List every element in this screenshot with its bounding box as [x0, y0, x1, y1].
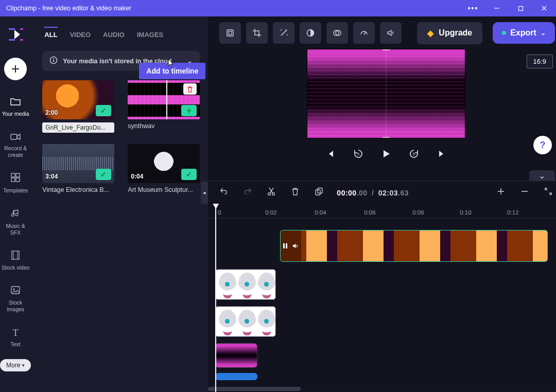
timeline-clip-video[interactable] — [215, 343, 257, 368]
sidebar-item-your-media[interactable]: Your media — [0, 92, 31, 122]
media-thumbnail[interactable]: 2:00 ✓ — [42, 80, 114, 119]
svg-rect-11 — [11, 173, 15, 177]
media-filter-tabs: ALL VIDEO AUDIO IMAGES — [42, 23, 200, 47]
forward-5-button[interactable]: 5 — [407, 147, 421, 161]
svg-rect-24 — [229, 31, 232, 34]
timeline-toolbar: ◂ 00:00.00 / 02:03.63 — [208, 181, 556, 204]
tab-images[interactable]: IMAGES — [137, 27, 163, 44]
duplicate-clip-button[interactable] — [313, 187, 324, 199]
zoom-in-button[interactable] — [495, 187, 507, 198]
media-name: Vintage Electronica B... — [42, 186, 114, 193]
sidebar-item-stock-video[interactable]: Stock video — [0, 245, 31, 277]
media-item[interactable]: 2:00 ✓ GnR_Live_FargoDo... — [42, 80, 114, 133]
play-button[interactable] — [379, 147, 393, 161]
text-icon: T — [13, 327, 19, 339]
svg-rect-1 — [518, 6, 523, 10]
duration-badge: 2:00 — [45, 109, 58, 116]
ruler-tick: 0:06 — [364, 209, 375, 216]
timeline-ruler[interactable]: 0 0:02 0:04 0:06 0:08 0:10 0:12 — [208, 204, 556, 219]
contrast-tool-button[interactable] — [300, 22, 321, 44]
more-options-button[interactable]: ••• — [461, 0, 485, 16]
media-item[interactable]: 3:04 ✓ Vintage Electronica B... — [42, 144, 114, 193]
sidebar-item-stock-images[interactable]: Stock images — [0, 280, 31, 318]
clip-thumbnail-strip — [216, 344, 257, 367]
timeline-playhead[interactable] — [215, 207, 216, 392]
layout-tool-button[interactable] — [219, 22, 241, 44]
scrub-position-line — [166, 80, 167, 119]
tab-video[interactable]: VIDEO — [70, 27, 91, 44]
sidebar-more-button[interactable]: More ▾ — [0, 359, 31, 371]
speed-tool-button[interactable] — [353, 22, 375, 44]
ruler-tick: 0 — [218, 209, 221, 216]
svg-rect-6 — [20, 28, 23, 30]
total-time: 02:03 — [378, 189, 398, 197]
clip-thumbnail-strip — [216, 270, 275, 299]
timeline-clip-image[interactable] — [215, 269, 276, 300]
collapse-media-panel-button[interactable]: ◂ — [201, 182, 208, 204]
media-item[interactable]: + synthwav — [128, 80, 200, 133]
added-check-icon[interactable]: ✓ — [96, 169, 111, 180]
left-icon-sidebar: Your media Record & create Templates Mus… — [0, 16, 31, 392]
svg-rect-4 — [9, 28, 15, 30]
crop-tool-button[interactable] — [246, 22, 268, 44]
fit-zoom-button[interactable] — [543, 187, 554, 198]
export-button[interactable]: Export ⌄ — [493, 22, 555, 44]
undo-button[interactable] — [218, 187, 230, 199]
media-thumbnail[interactable]: 3:04 ✓ — [42, 144, 114, 183]
timeline-clip-image[interactable] — [215, 306, 276, 337]
timeline-tracks[interactable] — [208, 219, 556, 392]
media-name: Art Museum Sculptur... — [128, 186, 200, 193]
timeline-horizontal-scrollbar[interactable] — [208, 386, 556, 392]
svg-rect-13 — [11, 178, 15, 182]
tab-audio[interactable]: AUDIO — [103, 27, 125, 44]
redo-button[interactable] — [242, 187, 253, 199]
music-icon — [11, 208, 20, 221]
video-preview[interactable] — [307, 49, 465, 138]
chevron-down-icon: ⌄ — [541, 29, 546, 37]
split-button[interactable] — [266, 187, 277, 199]
timeline-clip-video[interactable] — [280, 230, 548, 262]
maximize-button[interactable] — [509, 0, 532, 16]
sidebar-item-text[interactable]: T Text — [0, 322, 31, 353]
expand-panel-button[interactable]: ⌄ — [529, 170, 555, 181]
skip-start-button[interactable] — [324, 147, 337, 161]
rewind-5-button[interactable]: 5 — [352, 147, 365, 161]
media-name: GnR_Live_FargoDo... — [42, 122, 114, 133]
close-button[interactable] — [532, 0, 556, 16]
sidebar-item-music-sfx[interactable]: Music & SFX — [0, 203, 31, 241]
sidebar-item-label: Stock video — [2, 264, 29, 271]
delete-media-icon[interactable] — [183, 83, 197, 95]
filter-tool-button[interactable] — [326, 22, 348, 44]
minimize-button[interactable] — [485, 0, 509, 16]
sidebar-item-record-create[interactable]: Record & create — [0, 127, 31, 164]
tab-all[interactable]: ALL — [44, 27, 57, 44]
svg-point-19 — [13, 289, 15, 290]
magic-tool-button[interactable] — [273, 22, 294, 44]
media-grid: 2:00 ✓ GnR_Live_FargoDo... + synthwav — [42, 80, 200, 193]
added-check-icon[interactable]: ✓ — [181, 169, 197, 180]
zoom-out-button[interactable] — [519, 187, 530, 198]
added-check-icon[interactable]: ✓ — [96, 105, 111, 116]
help-button[interactable]: ? — [533, 136, 552, 154]
media-thumbnail[interactable]: 0:04 ✓ — [128, 144, 200, 183]
svg-rect-15 — [12, 251, 19, 259]
timeline-clip-audio[interactable] — [215, 373, 257, 380]
add-to-timeline-icon[interactable]: + — [181, 105, 197, 116]
skip-end-button[interactable] — [435, 147, 448, 161]
volume-tool-button[interactable] — [380, 22, 402, 44]
scrollbar-thumb[interactable] — [208, 387, 301, 391]
upgrade-button[interactable]: ◆ Upgrade — [417, 22, 482, 44]
clip-volume-icon[interactable] — [290, 230, 301, 261]
add-media-button[interactable] — [4, 58, 27, 80]
preview-area: 16:9 ? 5 5 ⌄ — [208, 49, 556, 181]
app-logo — [7, 26, 24, 43]
sidebar-item-templates[interactable]: Templates — [0, 168, 31, 199]
media-item[interactable]: 0:04 ✓ Art Museum Sculptur... — [128, 144, 200, 193]
window-title: Clipchamp - free video editor & video ma… — [6, 5, 131, 12]
total-time-dec: .63 — [398, 189, 409, 197]
svg-text:5: 5 — [413, 152, 415, 156]
clip-pause-icon[interactable] — [281, 230, 290, 261]
delete-clip-button[interactable] — [289, 187, 301, 199]
media-thumbnail[interactable]: + — [128, 80, 200, 119]
aspect-ratio-badge[interactable]: 16:9 — [527, 55, 553, 68]
